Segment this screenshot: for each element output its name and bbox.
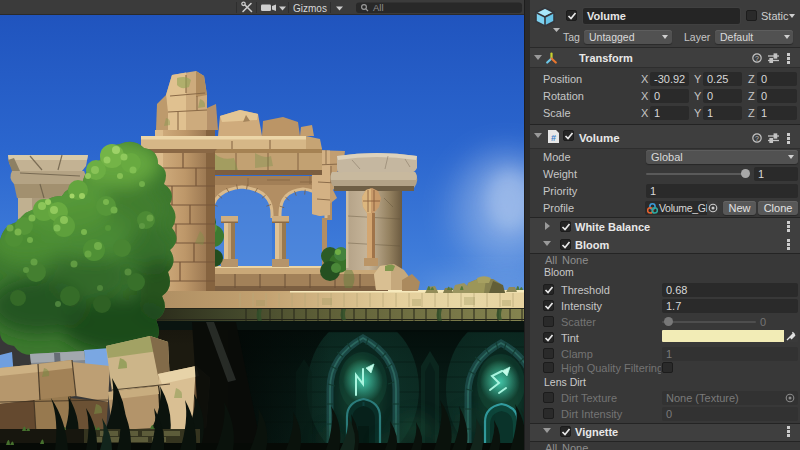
svg-text:#: # [551,133,556,143]
svg-text:Gizmos: Gizmos [293,3,327,14]
svg-text:All: All [373,2,384,13]
svg-text:?: ? [755,55,759,62]
svg-text:?: ? [755,135,759,142]
